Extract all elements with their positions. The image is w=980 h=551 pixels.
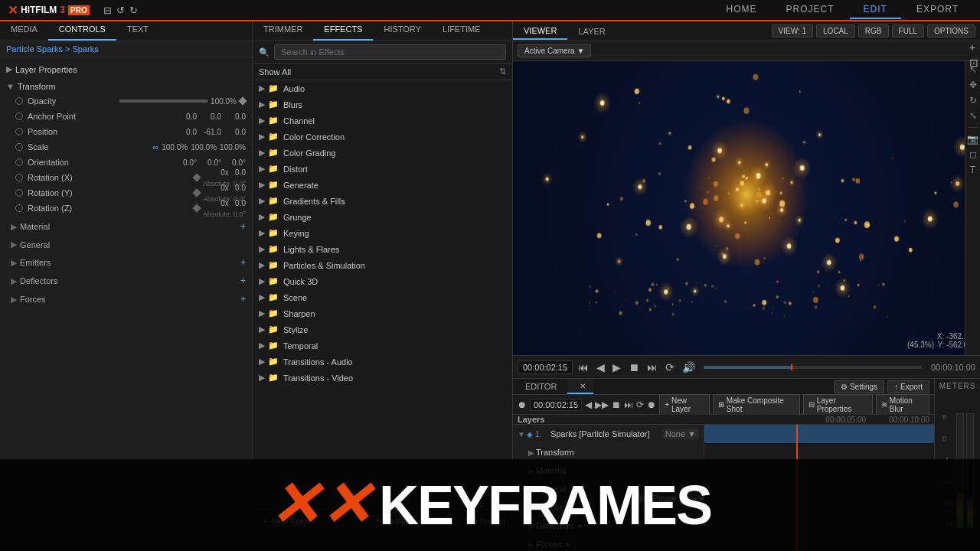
tc-record[interactable]: ⏺ (647, 399, 656, 410)
layer-properties-header[interactable]: ▶ Layer Properties (0, 62, 252, 77)
close-tab-icon[interactable]: ✕ (580, 382, 586, 390)
move-tool[interactable]: ✥ (969, 80, 977, 90)
effect-lights[interactable]: ▶ 📁 Lights & Flares (253, 241, 512, 257)
local-select[interactable]: LOCAL (816, 24, 855, 37)
effect-gradients[interactable]: ▶ 📁 Gradients & Fills (253, 193, 512, 209)
effect-color-grading[interactable]: ▶ 📁 Color Grading (253, 145, 512, 161)
rot-y-keyframe-btn[interactable] (15, 189, 23, 197)
effect-scene[interactable]: ▶ 📁 Scene (253, 289, 512, 305)
play-pause-btn[interactable]: ▶ (610, 360, 623, 375)
transform-header[interactable]: ▼ Transform (0, 80, 252, 93)
effect-audio[interactable]: ▶ 📁 Audio (253, 80, 512, 96)
tc-play-btn[interactable]: ⏺ (518, 399, 527, 410)
tab-controls[interactable]: CONTROLS (48, 21, 116, 41)
make-composite-btn[interactable]: ⊞ Make Composite Shot (713, 394, 800, 416)
sort-icon[interactable]: ⇅ (499, 67, 506, 77)
layer1-none-select[interactable]: None ▼ (662, 429, 699, 439)
deflectors-add-btn[interactable]: + (240, 276, 246, 286)
layer-sparks[interactable]: ▼ ◈ 1. Sparks [Particle Simulator] None … (513, 425, 704, 443)
effect-quick3d[interactable]: ▶ 📁 Quick 3D (253, 273, 512, 289)
rot-x-keyframe-btn[interactable] (15, 174, 23, 181)
tab-viewer[interactable]: VIEWER (513, 23, 567, 40)
effect-stylize[interactable]: ▶ 📁 Stylize (253, 321, 512, 337)
effect-keying[interactable]: ▶ 📁 Keying (253, 225, 512, 241)
mask-tool[interactable]: ◻ (969, 149, 977, 160)
motion-blur-btn[interactable]: ≋ Motion Blur (876, 394, 929, 416)
active-camera-btn[interactable]: Active Camera ▼ (518, 44, 591, 57)
tc-step-back[interactable]: ◀ (585, 399, 592, 410)
material-add-btn[interactable]: + (240, 221, 246, 232)
orientation-keyframe-btn[interactable] (15, 158, 23, 166)
tab-effects[interactable]: EFFECTS (313, 21, 373, 41)
effect-generate[interactable]: ▶ 📁 Generate (253, 177, 512, 193)
position-keyframe-btn[interactable] (15, 128, 23, 135)
effect-color-correction[interactable]: ▶ 📁 Color Correction (253, 129, 512, 145)
stop-btn[interactable]: ⏹ (626, 360, 642, 375)
rot-z-keyframe-btn[interactable] (15, 204, 23, 212)
mute-btn[interactable]: 🔊 (680, 360, 697, 375)
tc-loop[interactable]: ⟳ (636, 399, 644, 410)
tc-step-fwd[interactable]: ⏭ (624, 399, 633, 410)
tab-history[interactable]: HISTORY (373, 21, 432, 41)
nav-home[interactable]: HOME (713, 1, 771, 19)
effect-distort[interactable]: ▶ 📁 Distort (253, 161, 512, 177)
text-tool[interactable]: T (970, 165, 975, 175)
opacity-bar[interactable] (119, 99, 208, 103)
export-tl-btn[interactable]: ↑ Export (887, 380, 929, 393)
go-to-start-btn[interactable]: ⏮ (576, 360, 591, 375)
loop-btn[interactable]: ⟳ (663, 360, 677, 375)
settings-btn[interactable]: ⚙ Settings (834, 380, 884, 393)
options-btn[interactable]: OPTIONS (927, 24, 975, 37)
emitters-header[interactable]: ▶ Emitters + (0, 255, 252, 270)
step-fwd-btn[interactable]: ⏭ (645, 360, 660, 375)
playback-timeline[interactable] (704, 366, 922, 369)
sparks-expand-icon[interactable]: ▼ (518, 430, 525, 439)
camera-tool[interactable]: 📷 (967, 134, 978, 145)
rotate-tool[interactable]: ↻ (969, 95, 977, 106)
scale-tool[interactable]: ⤡ (969, 110, 977, 121)
tl-tab-particle-sparks[interactable]: ✕ (567, 379, 593, 394)
transform-tl-arrow[interactable]: ▶ (528, 448, 534, 457)
nav-project[interactable]: PROJECT (773, 1, 848, 19)
redo-icon[interactable]: ↻ (129, 5, 138, 16)
tab-trimmer[interactable]: TRIMMER (253, 21, 313, 41)
undo-icon[interactable]: ↺ (116, 5, 125, 16)
show-all-toggle[interactable]: Show All ⇅ (253, 64, 512, 80)
effect-transitions-video[interactable]: ▶ 📁 Transitions - Video (253, 370, 512, 386)
tab-lifetime[interactable]: LIFETIME (432, 21, 492, 41)
tc-stop[interactable]: ⏹ (612, 399, 621, 410)
emitters-add-btn[interactable]: + (240, 257, 246, 268)
new-layer-btn[interactable]: + New Layer (659, 394, 710, 416)
expand-viewer-btn[interactable]: + (969, 41, 978, 54)
anchor-keyframe-btn[interactable] (15, 112, 23, 120)
tab-media[interactable]: MEDIA (0, 21, 48, 41)
effect-transitions-audio[interactable]: ▶ 📁 Transitions - Audio (253, 354, 512, 370)
effect-channel[interactable]: ▶ 📁 Channel (253, 112, 512, 129)
rgb-select[interactable]: RGB (858, 24, 889, 37)
layer-properties-tl-btn[interactable]: ⊟ Layer Properties (803, 394, 873, 416)
general-header[interactable]: ▶ General (0, 237, 252, 252)
nav-export[interactable]: EXPORT (903, 1, 972, 19)
opacity-keyframe-btn[interactable] (15, 97, 23, 105)
scale-keyframe-btn[interactable] (15, 143, 23, 151)
effect-blurs[interactable]: ▶ 📁 Blurs (253, 96, 512, 112)
effect-sharpen[interactable]: ▶ 📁 Sharpen (253, 305, 512, 321)
view-select[interactable]: VIEW: 1 (772, 24, 814, 37)
step-back-btn[interactable]: ◀ (594, 360, 607, 375)
deflectors-header[interactable]: ▶ Deflectors + (0, 273, 252, 289)
material-header[interactable]: ▶ Material + (0, 219, 252, 234)
save-icon[interactable]: ⊟ (103, 5, 112, 16)
nav-edit[interactable]: EDIT (850, 1, 901, 19)
tab-layer[interactable]: LAYER (567, 24, 616, 39)
tc-play[interactable]: ▶▶ (595, 399, 609, 410)
tab-text[interactable]: TEXT (116, 21, 159, 41)
effect-particles[interactable]: ▶ 📁 Particles & Simulation (253, 257, 512, 273)
forces-header[interactable]: ▶ Forces + (0, 292, 252, 307)
forces-add-btn[interactable]: + (240, 294, 246, 305)
fit-viewer-btn[interactable]: ⊡ (969, 57, 978, 69)
full-select[interactable]: FULL (892, 24, 924, 37)
search-input[interactable] (274, 44, 506, 60)
scale-link-icon[interactable]: ∞ (152, 142, 158, 152)
tl-tab-editor[interactable]: EDITOR (518, 380, 564, 393)
effect-grunge[interactable]: ▶ 📁 Grunge (253, 209, 512, 225)
